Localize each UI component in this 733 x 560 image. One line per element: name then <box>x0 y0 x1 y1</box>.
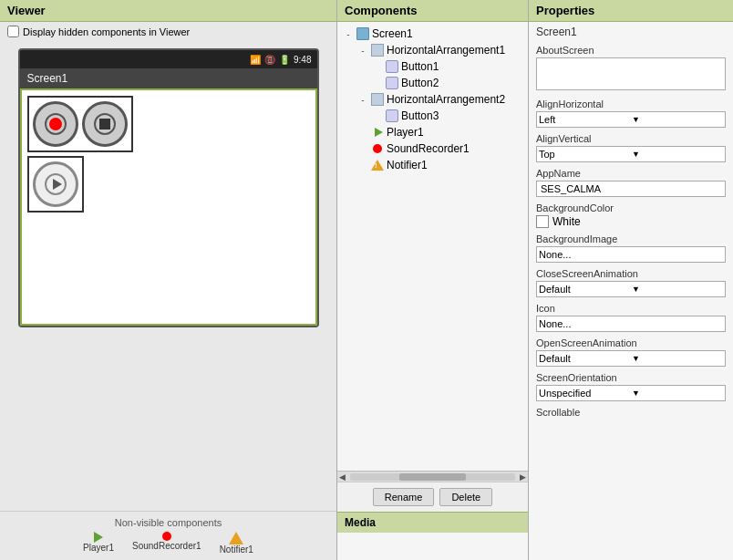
stop-button[interactable] <box>82 101 128 147</box>
play-button[interactable] <box>33 161 78 207</box>
about-screen-input[interactable] <box>536 57 726 90</box>
background-image-select[interactable]: None... <box>536 246 726 263</box>
tree-node-player1[interactable]: Player1 <box>356 124 524 140</box>
button2-icon <box>385 76 399 90</box>
svg-rect-3 <box>99 119 110 130</box>
display-hidden-checkbox[interactable] <box>7 26 19 37</box>
phone-title-bar: Screen1 <box>20 68 317 88</box>
button-row-1 <box>27 96 133 152</box>
player-label: Player1 <box>83 543 114 553</box>
phone-status-bar: 📶 📵 🔋 9:48 <box>20 50 317 68</box>
background-image-value: None... <box>539 249 723 260</box>
tree-label-button3: Button3 <box>401 109 439 122</box>
property-screen-name: Screen1 <box>529 22 733 42</box>
component-tree: - Screen1 - HorizontalArrangement1 Butto… <box>337 22 528 471</box>
record-icon <box>43 111 68 137</box>
battery-icon: 🔋 <box>279 55 290 65</box>
prop-background-image: BackgroundImage None... <box>529 231 733 265</box>
tree-label-player1: Player1 <box>387 126 424 139</box>
phone-time: 9:48 <box>294 55 311 65</box>
screen-orientation-select[interactable]: Unspecified ▼ <box>536 385 726 401</box>
harrange2-icon <box>370 92 385 107</box>
non-visible-notifier: Notifier1 <box>220 532 253 555</box>
display-hidden-row: Display hidden components in Viewer <box>0 22 336 41</box>
screen-orientation-value: Unspecified <box>539 388 630 399</box>
prop-about-screen: AboutScreen <box>529 42 733 96</box>
notifier-label: Notifier1 <box>220 544 253 555</box>
tree-node-button1[interactable]: Button1 <box>370 58 524 75</box>
about-screen-label: AboutScreen <box>536 45 726 56</box>
close-screen-animation-value: Default <box>539 284 630 295</box>
scroll-right-arrow[interactable]: ▶ <box>520 472 526 482</box>
align-horizontal-select[interactable]: Left ▼ <box>536 111 726 128</box>
properties-panel-header: Properties <box>529 0 733 22</box>
align-horizontal-arrow: ▼ <box>630 115 723 124</box>
player-icon <box>94 532 103 543</box>
open-screen-animation-arrow: ▼ <box>630 354 723 363</box>
icon-value: None... <box>539 318 723 329</box>
components-panel: Components - Screen1 - HorizontalArrange… <box>337 0 529 560</box>
screen-orientation-label: ScreenOrientation <box>536 372 726 383</box>
non-visible-label: Non-visible components <box>5 517 331 528</box>
tree-node-harrange1[interactable]: - HorizontalArrangement1 <box>356 42 524 58</box>
prop-open-screen-animation: OpenScreenAnimation Default ▼ <box>529 335 733 369</box>
tree-node-harrange2[interactable]: - HorizontalArrangement2 <box>356 91 524 108</box>
screen-orientation-arrow: ▼ <box>630 389 723 398</box>
non-visible-items: Player1 SoundRecorder1 Notifier1 <box>5 532 331 555</box>
align-vertical-select[interactable]: Top ▼ <box>536 146 726 162</box>
scroll-thumb[interactable] <box>399 473 465 481</box>
horizontal-scrollbar[interactable]: ◀ ▶ <box>337 471 528 482</box>
background-color-box[interactable] <box>536 215 549 228</box>
tree-node-recorder1[interactable]: SoundRecorder1 <box>356 140 524 157</box>
screen-icon <box>356 26 370 41</box>
prop-scrollable: Scrollable <box>529 404 733 422</box>
toggle-recorder1 <box>357 144 368 154</box>
toggle-button2 <box>372 78 383 88</box>
open-screen-animation-label: OpenScreenAnimation <box>536 337 726 348</box>
media-content <box>337 533 528 560</box>
toggle-harrange2[interactable]: - <box>357 95 368 105</box>
background-color-label: BackgroundColor <box>536 202 726 213</box>
prop-align-vertical: AlignVertical Top ▼ <box>529 130 733 165</box>
stop-icon <box>92 111 118 137</box>
display-hidden-label: Display hidden components in Viewer <box>23 26 190 37</box>
properties-panel: Properties Screen1 AboutScreen AlignHori… <box>529 0 733 560</box>
components-panel-header: Components <box>337 0 528 22</box>
delete-button[interactable]: Delete <box>439 488 492 506</box>
scroll-track[interactable] <box>350 473 515 481</box>
play-wrap <box>27 156 84 213</box>
notifier1-icon <box>370 158 385 172</box>
close-screen-animation-arrow: ▼ <box>630 285 723 294</box>
close-screen-animation-label: CloseScreenAnimation <box>536 268 726 279</box>
prop-close-screen-animation: CloseScreenAnimation Default ▼ <box>529 265 733 300</box>
toggle-button3 <box>372 111 383 121</box>
viewer-panel: Viewer Display hidden components in View… <box>0 0 337 560</box>
align-vertical-label: AlignVertical <box>536 133 726 144</box>
align-horizontal-value: Left <box>539 114 630 125</box>
media-section-header: Media <box>337 512 528 533</box>
align-vertical-arrow: ▼ <box>630 150 723 159</box>
icon-select[interactable]: None... <box>536 316 726 332</box>
background-image-label: BackgroundImage <box>536 233 726 244</box>
prop-background-color: BackgroundColor White <box>529 200 733 231</box>
non-visible-player: Player1 <box>83 532 114 555</box>
play-icon <box>43 171 68 197</box>
tree-label-screen1: Screen1 <box>372 27 413 40</box>
open-screen-animation-select[interactable]: Default ▼ <box>536 350 726 367</box>
tree-label-harrange2: HorizontalArrangement2 <box>387 93 505 106</box>
tree-label-recorder1: SoundRecorder1 <box>387 142 470 155</box>
rename-button[interactable]: Rename <box>373 488 435 506</box>
tree-node-notifier1[interactable]: Notifier1 <box>356 157 524 173</box>
scroll-left-arrow[interactable]: ◀ <box>339 472 346 482</box>
close-screen-animation-select[interactable]: Default ▼ <box>536 281 726 297</box>
wifi-icon: 📶 <box>250 55 261 65</box>
tree-node-button3[interactable]: Button3 <box>370 108 524 124</box>
tree-node-button2[interactable]: Button2 <box>370 75 524 91</box>
recorder1-icon <box>370 141 385 156</box>
align-horizontal-label: AlignHorizontal <box>536 99 726 109</box>
app-name-input[interactable] <box>536 181 726 197</box>
toggle-screen1[interactable]: - <box>343 29 354 39</box>
toggle-harrange1[interactable]: - <box>357 46 368 56</box>
record-button[interactable] <box>33 101 78 147</box>
tree-node-screen1[interactable]: - Screen1 <box>341 26 524 42</box>
